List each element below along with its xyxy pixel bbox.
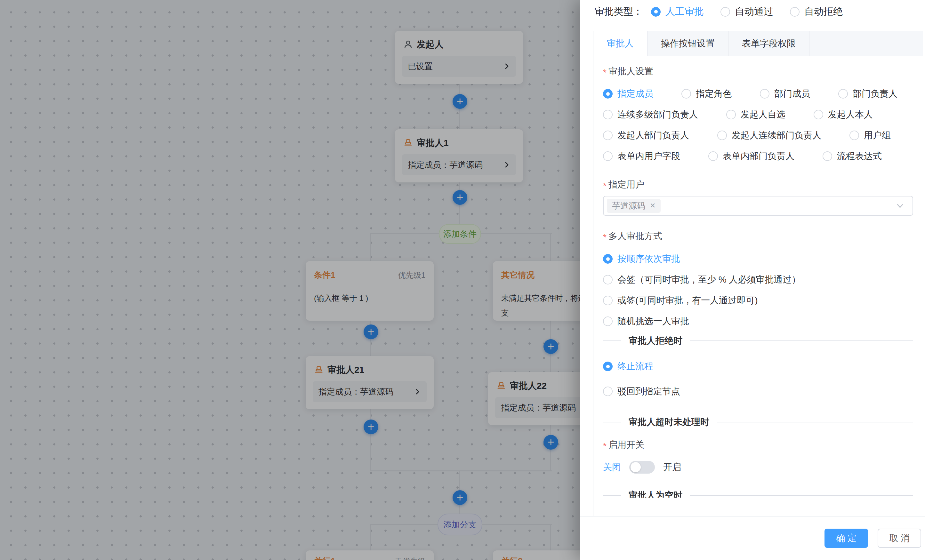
tab-bar: 审批人 操作按钮设置 表单字段权限 — [594, 31, 923, 56]
required-asterisk: * — [603, 68, 607, 78]
radio-icon — [790, 7, 800, 17]
approver-setting-row3: 发起人部门负责人 发起人连续部门负责人 用户组 — [603, 129, 913, 142]
radio-sequential-approval[interactable]: 按顺序依次审批 — [603, 253, 913, 265]
settings-tabs-card: 审批人 操作按钮设置 表单字段权限 * 审批人设置 指定成员 指定角色 部门成员… — [593, 31, 923, 516]
reject-section-divider: 审批人拒绝时 — [603, 334, 913, 347]
radio-orsign[interactable]: 或签(可同时审批，有一人通过即可) — [603, 294, 913, 307]
radio-icon — [603, 296, 613, 305]
radio-icon — [823, 151, 832, 161]
radio-icon — [603, 275, 613, 285]
switch-off-label: 关闭 — [603, 461, 621, 473]
radio-initiator-dept-leader[interactable]: 发起人部门负责人 — [603, 129, 689, 142]
radio-icon — [717, 131, 727, 140]
drawer-footer: 确 定 取 消 — [580, 516, 925, 560]
radio-assigned-role[interactable]: 指定角色 — [681, 87, 732, 100]
radio-icon — [603, 254, 613, 264]
selected-user-tag: 芋道源码 ✕ — [607, 199, 661, 213]
radio-terminate-process[interactable]: 终止流程 — [603, 360, 913, 373]
timeout-section-divider: 审批人超时未处理时 — [603, 415, 913, 429]
remove-tag-icon[interactable]: ✕ — [650, 202, 655, 210]
radio-initiator-multi-dept-leader[interactable]: 发起人连续部门负责人 — [717, 129, 821, 142]
radio-icon — [603, 131, 613, 140]
radio-icon — [603, 387, 613, 396]
radio-multi-level-dept-leader[interactable]: 连续多级部门负责人 — [603, 108, 698, 121]
radio-icon — [726, 110, 736, 119]
required-asterisk: * — [603, 441, 607, 451]
approver-setting-label: * 审批人设置 — [603, 65, 913, 78]
radio-assigned-member[interactable]: 指定成员 — [603, 87, 653, 100]
approver-setting-row1: 指定成员 指定角色 部门成员 部门负责人 — [603, 87, 913, 100]
radio-icon — [603, 89, 613, 99]
radio-icon — [708, 151, 718, 161]
radio-icon — [603, 151, 613, 161]
switch-on-label: 开启 — [663, 461, 681, 473]
radio-user-group[interactable]: 用户组 — [850, 129, 891, 142]
tab-approver[interactable]: 审批人 — [594, 31, 648, 56]
radio-initiator-choose[interactable]: 发起人自选 — [726, 108, 785, 121]
assign-user-label: * 指定用户 — [603, 178, 913, 191]
radio-icon — [720, 7, 730, 17]
radio-icon — [850, 131, 859, 140]
radio-initiator-self[interactable]: 发起人本人 — [814, 108, 873, 121]
chevron-down-icon — [895, 201, 905, 211]
approver-settings-drawer: 审批类型： 人工审批 自动通过 自动拒绝 审批人 操作按钮设置 表单字段权限 *… — [580, 0, 925, 560]
reject-section-title: 审批人拒绝时 — [628, 335, 682, 347]
approval-type-label: 审批类型： — [595, 5, 643, 18]
tab-form-field-permission[interactable]: 表单字段权限 — [729, 31, 809, 56]
assign-user-select[interactable]: 芋道源码 ✕ — [603, 196, 913, 216]
required-asterisk: * — [603, 181, 607, 191]
radio-manual-approval[interactable]: 人工审批 — [651, 5, 704, 18]
radio-random-one[interactable]: 随机挑选一人审批 — [603, 315, 913, 328]
radio-icon — [814, 110, 823, 119]
radio-form-user-field[interactable]: 表单内用户字段 — [603, 150, 680, 163]
approver-setting-row4: 表单内用户字段 表单内部门负责人 流程表达式 — [603, 150, 913, 163]
radio-process-expression[interactable]: 流程表达式 — [823, 150, 882, 163]
tab-content-scroll-area[interactable]: * 审批人设置 指定成员 指定角色 部门成员 部门负责人 连续多级部门负责人 发… — [594, 56, 923, 498]
radio-icon — [651, 7, 661, 17]
timeout-switch-row: 关闭 开启 — [603, 460, 913, 474]
radio-auto-approve[interactable]: 自动通过 — [720, 5, 773, 18]
radio-auto-reject[interactable]: 自动拒绝 — [790, 5, 843, 18]
radio-dept-leader[interactable]: 部门负责人 — [838, 87, 898, 100]
radio-icon — [603, 316, 613, 326]
radio-icon — [838, 89, 848, 99]
required-asterisk: * — [603, 232, 607, 242]
empty-approver-section-divider: 审批人为空时 — [603, 489, 913, 498]
approval-type-row: 审批类型： 人工审批 自动通过 自动拒绝 — [595, 5, 843, 18]
multi-approve-mode-label: * 多人审批方式 — [603, 230, 913, 242]
divider-line — [603, 495, 621, 496]
divider-line — [603, 422, 621, 422]
flow-canvas[interactable]: 发起人 已设置 + 审批人1 指定成员：芋道源码 + 添加条件 — [0, 0, 580, 560]
radio-dept-member[interactable]: 部门成员 — [760, 87, 810, 100]
tab-action-buttons[interactable]: 操作按钮设置 — [648, 31, 729, 56]
timeout-enable-switch[interactable] — [629, 461, 655, 474]
radio-icon — [603, 361, 613, 371]
enable-switch-label: * 启用开关 — [603, 438, 913, 451]
divider-line — [690, 340, 913, 341]
cancel-button[interactable]: 取 消 — [878, 528, 921, 548]
radio-countersign[interactable]: 会签（可同时审批，至少 % 人必须审批通过） — [603, 273, 913, 286]
canvas-dim-overlay — [0, 0, 580, 560]
radio-icon — [603, 110, 613, 119]
empty-approver-section-title: 审批人为空时 — [628, 489, 682, 498]
radio-return-to-node[interactable]: 驳回到指定节点 — [603, 385, 913, 398]
timeout-section-title: 审批人超时未处理时 — [628, 416, 709, 428]
divider-line — [717, 422, 913, 422]
approver-setting-row2: 连续多级部门负责人 发起人自选 发起人本人 — [603, 108, 913, 121]
divider-line — [603, 340, 621, 341]
radio-icon — [760, 89, 770, 99]
divider-line — [690, 495, 913, 496]
radio-icon — [681, 89, 691, 99]
confirm-button[interactable]: 确 定 — [824, 528, 868, 548]
radio-form-dept-leader[interactable]: 表单内部门负责人 — [708, 150, 794, 163]
